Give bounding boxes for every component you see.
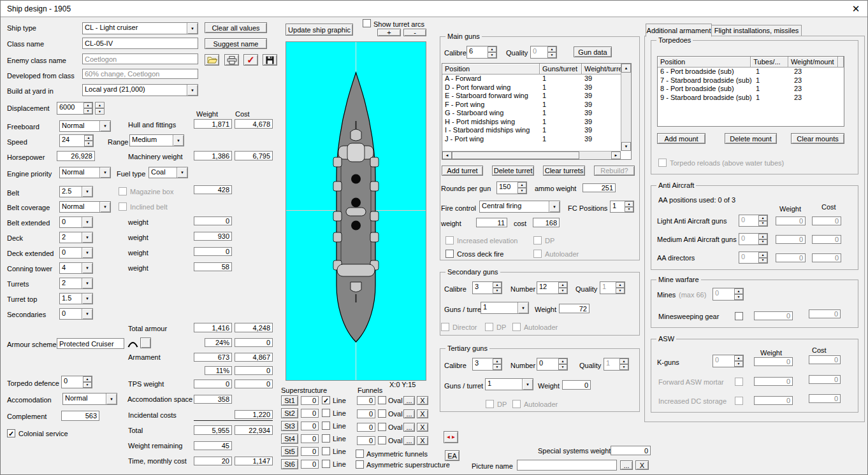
up-arrow-icon[interactable]: ▲ bbox=[547, 46, 556, 52]
st3-value[interactable]: 0 bbox=[301, 422, 319, 430]
delete-turret-button[interactable]: Delete turret bbox=[492, 166, 534, 176]
col-tubes[interactable]: Tubes/... bbox=[751, 57, 788, 67]
picture-name-input[interactable] bbox=[517, 460, 617, 471]
st2-button[interactable]: St2 bbox=[281, 408, 298, 418]
tab-flight-installations[interactable]: Flight installations, missiles bbox=[711, 25, 802, 36]
ter-number-stepper[interactable]: 0 ▲▼ bbox=[537, 358, 568, 371]
funnel4-more-button[interactable]: ... bbox=[403, 436, 415, 445]
down-arrow-icon[interactable]: ▼ bbox=[616, 288, 625, 294]
light-aa-stepper[interactable]: 0 ▲▼ bbox=[739, 215, 768, 227]
funnel2-delete-button[interactable]: X bbox=[417, 409, 428, 418]
main-gun-row[interactable]: I - Starboard midships wing139 bbox=[442, 126, 631, 135]
rounds-per-gun-stepper[interactable]: 150 ▲▼ bbox=[496, 181, 527, 194]
funnel3-oval-checkbox[interactable] bbox=[378, 423, 386, 431]
chevron-down-icon[interactable]: ▼ bbox=[82, 217, 92, 227]
col-guns-turret[interactable]: Guns/turret bbox=[540, 64, 582, 74]
up-arrow-icon[interactable]: ▲ bbox=[558, 358, 567, 364]
up-arrow-icon[interactable]: ▲ bbox=[616, 282, 625, 288]
chevron-down-icon[interactable]: ▼ bbox=[82, 187, 92, 197]
chevron-down-icon[interactable]: ▼ bbox=[187, 85, 198, 96]
funnel1-oval-checkbox[interactable] bbox=[378, 396, 386, 404]
funnel3-more-button[interactable]: ... bbox=[403, 423, 415, 432]
col-position[interactable]: Position bbox=[442, 64, 540, 74]
up-arrow-icon[interactable]: ▲ bbox=[758, 215, 767, 221]
down-arrow-icon[interactable]: ▼ bbox=[95, 108, 105, 115]
funnel2-value[interactable]: 0 bbox=[357, 409, 375, 418]
chevron-down-icon[interactable]: ▼ bbox=[82, 232, 92, 243]
down-arrow-icon[interactable]: ▼ bbox=[619, 364, 628, 370]
sec-number-stepper[interactable]: 12 ▲▼ bbox=[537, 281, 568, 294]
main-gun-row[interactable]: G - Starboard wing139 bbox=[442, 109, 631, 118]
chevron-down-icon[interactable]: ▼ bbox=[82, 248, 92, 258]
down-arrow-icon[interactable]: ▼ bbox=[734, 361, 743, 367]
col-position[interactable]: Position bbox=[658, 57, 751, 67]
funnel2-oval-checkbox[interactable] bbox=[378, 409, 386, 418]
funnel2-more-button[interactable]: ... bbox=[403, 409, 415, 418]
kguns-stepper[interactable]: 0 ▲▼ bbox=[712, 355, 744, 367]
st1-line-checkbox[interactable]: ✓ bbox=[322, 396, 330, 404]
down-arrow-icon[interactable]: ▼ bbox=[547, 52, 556, 58]
enemy-class-input[interactable] bbox=[82, 53, 198, 64]
clear-turrets-button[interactable]: Clear turrets bbox=[543, 166, 585, 176]
fuel-type-combo[interactable]: Coal▼ bbox=[148, 167, 188, 178]
main-quality-stepper[interactable]: 0 ▲▼ bbox=[530, 46, 557, 59]
fc-positions-stepper[interactable]: 1 ▲▼ bbox=[610, 201, 634, 213]
main-gun-row[interactable]: D - Port forward wing139 bbox=[442, 83, 631, 92]
sec-guns-turret-combo[interactable]: 1▼ bbox=[481, 302, 529, 314]
main-guns-vscrollbar[interactable]: ▲ ▼ bbox=[621, 64, 631, 151]
chevron-down-icon[interactable]: ▼ bbox=[99, 202, 110, 212]
add-mount-button[interactable]: Add mount bbox=[657, 133, 705, 144]
st3-line-checkbox[interactable] bbox=[322, 422, 330, 430]
chevron-down-icon[interactable]: ▼ bbox=[82, 294, 92, 304]
shift-graphic-button[interactable]: ◄► bbox=[444, 431, 458, 443]
chevron-down-icon[interactable]: ▼ bbox=[187, 23, 198, 34]
main-gun-row[interactable]: J - Port wing139 bbox=[442, 135, 631, 144]
main-gun-row[interactable]: H - Port midships wing139 bbox=[442, 118, 631, 127]
gun-data-button[interactable]: Gun data bbox=[574, 46, 612, 57]
secondaries-combo[interactable]: 0▼ bbox=[59, 308, 93, 320]
up-arrow-icon[interactable]: ▲ bbox=[84, 135, 93, 141]
up-arrow-icon[interactable]: ▲ bbox=[558, 282, 567, 288]
freeboard-combo[interactable]: Normal▼ bbox=[59, 120, 111, 132]
close-icon[interactable]: ✕ bbox=[850, 3, 862, 15]
ter-calibre-stepper[interactable]: 3 ▲▼ bbox=[472, 358, 502, 371]
torpedo-row[interactable]: 7 - Starboard broadside (sub)123 bbox=[658, 76, 844, 85]
down-arrow-icon[interactable]: ▼ bbox=[758, 239, 767, 245]
suggest-name-button[interactable]: Suggest name bbox=[205, 38, 267, 49]
st5-button[interactable]: St5 bbox=[281, 446, 298, 457]
funnel3-value[interactable]: 0 bbox=[357, 423, 375, 432]
belt-combo[interactable]: 2.5▼ bbox=[59, 186, 93, 197]
down-arrow-icon[interactable]: ▼ bbox=[558, 288, 567, 294]
up-arrow-icon[interactable]: ▲ bbox=[619, 358, 628, 364]
save-button[interactable] bbox=[263, 54, 277, 66]
up-arrow-icon[interactable]: ▲ bbox=[488, 46, 496, 52]
torpedo-row[interactable]: 6 - Port broadside (sub)123 bbox=[658, 67, 844, 76]
deck-extended-combo[interactable]: 0▼ bbox=[59, 247, 93, 259]
main-gun-row[interactable]: A - Forward139 bbox=[442, 74, 631, 83]
funnel4-value[interactable]: 0 bbox=[357, 436, 375, 445]
funnel1-more-button[interactable]: ... bbox=[403, 396, 415, 405]
up-arrow-icon[interactable]: ▲ bbox=[83, 103, 92, 108]
ea-button[interactable]: EA bbox=[445, 450, 459, 461]
torpedo-row[interactable]: 9 - Starboard broadside (sub)123 bbox=[658, 94, 844, 103]
down-arrow-icon[interactable]: ▼ bbox=[625, 207, 633, 213]
range-combo[interactable]: Medium▼ bbox=[129, 134, 184, 146]
chevron-down-icon[interactable]: ▼ bbox=[549, 201, 560, 212]
st3-button[interactable]: St3 bbox=[281, 421, 298, 431]
developed-from-input[interactable] bbox=[82, 69, 198, 79]
picture-clear-button[interactable]: X bbox=[635, 460, 649, 470]
down-arrow-icon[interactable]: ▼ bbox=[493, 288, 502, 294]
torpedo-row[interactable]: 8 - Port broadside (sub)123 bbox=[658, 85, 844, 94]
aa-directors-stepper[interactable]: 0 ▲▼ bbox=[739, 252, 768, 264]
update-ship-graphic-button[interactable]: Update ship graphic bbox=[286, 24, 353, 36]
main-calibre-stepper[interactable]: 6 ▲▼ bbox=[467, 46, 497, 59]
colonial-service-checkbox[interactable]: ✓ bbox=[7, 429, 15, 437]
speed-stepper[interactable]: 24 ▲▼ bbox=[59, 134, 94, 147]
mines-stepper[interactable]: 0 ▲▼ bbox=[712, 288, 744, 301]
zoom-out-button[interactable]: - bbox=[403, 29, 426, 36]
belt-extended-combo[interactable]: 0▼ bbox=[59, 216, 93, 228]
down-arrow-icon[interactable]: ▼ bbox=[558, 364, 567, 370]
st5-line-checkbox[interactable] bbox=[322, 447, 330, 455]
main-guns-hscrollbar[interactable]: ◄ ► bbox=[442, 151, 621, 159]
funnel4-oval-checkbox[interactable] bbox=[378, 436, 386, 444]
